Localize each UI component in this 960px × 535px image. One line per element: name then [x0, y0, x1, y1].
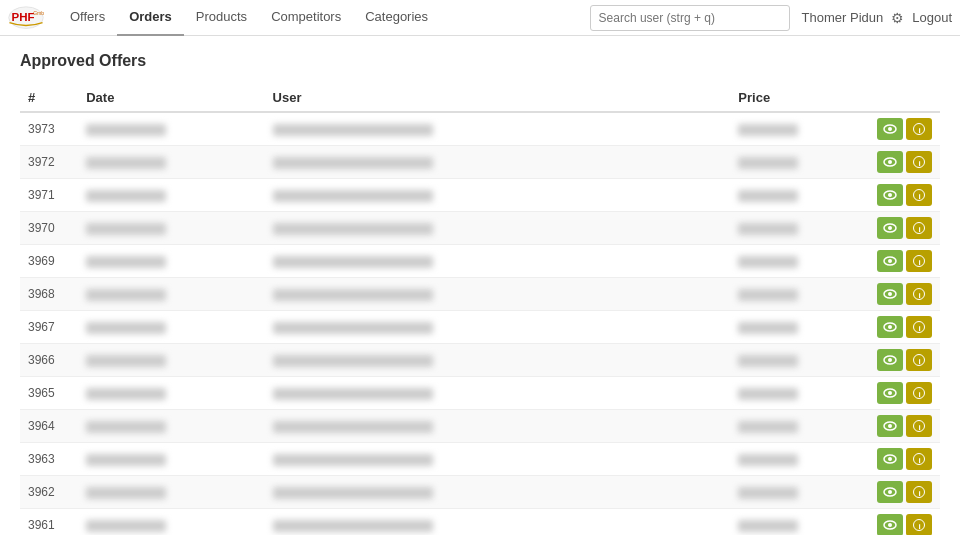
row-id: 3964	[20, 410, 78, 443]
svg-text:PHF: PHF	[12, 11, 35, 23]
svg-point-52	[888, 523, 892, 527]
info-button[interactable]: i	[906, 283, 932, 305]
view-button[interactable]	[877, 184, 903, 206]
row-id: 3967	[20, 311, 78, 344]
nav-products[interactable]: Products	[184, 0, 259, 36]
info-button[interactable]: i	[906, 184, 932, 206]
row-user	[265, 179, 731, 212]
svg-point-36	[888, 391, 892, 395]
row-date	[78, 443, 264, 476]
user-area: Thomer Pidun ⚙ Logout	[802, 10, 952, 26]
row-actions: i	[847, 179, 940, 212]
row-id: 3962	[20, 476, 78, 509]
row-actions: i	[847, 344, 940, 377]
view-button[interactable]	[877, 349, 903, 371]
row-actions: i	[847, 377, 940, 410]
info-button[interactable]: i	[906, 415, 932, 437]
view-button[interactable]	[877, 514, 903, 535]
info-button[interactable]: i	[906, 349, 932, 371]
view-button[interactable]	[877, 415, 903, 437]
svg-text:i: i	[919, 357, 921, 366]
row-user	[265, 112, 731, 146]
row-actions: i	[847, 112, 940, 146]
svg-point-8	[888, 160, 892, 164]
row-id: 3971	[20, 179, 78, 212]
username: Thomer Pidun	[802, 10, 884, 25]
view-button[interactable]	[877, 382, 903, 404]
nav-links: Offers Orders Products Competitors Categ…	[58, 0, 440, 35]
table-row: 3970i	[20, 212, 940, 245]
row-actions: i	[847, 245, 940, 278]
row-date	[78, 377, 264, 410]
row-date	[78, 278, 264, 311]
row-user	[265, 245, 731, 278]
info-button[interactable]: i	[906, 382, 932, 404]
table-row: 3971i	[20, 179, 940, 212]
search-input[interactable]	[590, 5, 790, 31]
nav-orders[interactable]: Orders	[117, 0, 184, 36]
svg-point-40	[888, 424, 892, 428]
row-date	[78, 146, 264, 179]
view-button[interactable]	[877, 217, 903, 239]
nav-categories[interactable]: Categories	[353, 0, 440, 36]
row-user	[265, 410, 731, 443]
col-header-date: Date	[78, 84, 264, 112]
svg-point-28	[888, 325, 892, 329]
row-id: 3973	[20, 112, 78, 146]
table-row: 3969i	[20, 245, 940, 278]
row-price	[730, 344, 846, 377]
logout-button[interactable]: Logout	[912, 10, 952, 25]
info-button[interactable]: i	[906, 118, 932, 140]
settings-icon[interactable]: ⚙	[891, 10, 904, 26]
info-button[interactable]: i	[906, 448, 932, 470]
row-id: 3969	[20, 245, 78, 278]
nav-competitors[interactable]: Competitors	[259, 0, 353, 36]
navbar: PHF GmbH Offers Orders Products Competit…	[0, 0, 960, 36]
row-price	[730, 377, 846, 410]
view-button[interactable]	[877, 448, 903, 470]
table-row: 3961i	[20, 509, 940, 536]
svg-text:i: i	[919, 423, 921, 432]
svg-text:i: i	[919, 324, 921, 333]
page-content: Approved Offers # Date User Price 3973i3…	[0, 36, 960, 535]
view-button[interactable]	[877, 481, 903, 503]
svg-text:i: i	[919, 390, 921, 399]
row-actions: i	[847, 476, 940, 509]
svg-point-16	[888, 226, 892, 230]
info-button[interactable]: i	[906, 217, 932, 239]
row-id: 3972	[20, 146, 78, 179]
table-header-row: # Date User Price	[20, 84, 940, 112]
svg-point-32	[888, 358, 892, 362]
table-row: 3962i	[20, 476, 940, 509]
row-price	[730, 212, 846, 245]
svg-text:i: i	[919, 225, 921, 234]
nav-offers[interactable]: Offers	[58, 0, 117, 36]
row-id: 3968	[20, 278, 78, 311]
row-date	[78, 179, 264, 212]
table-row: 3968i	[20, 278, 940, 311]
row-id: 3961	[20, 509, 78, 536]
row-price	[730, 443, 846, 476]
table-row: 3972i	[20, 146, 940, 179]
svg-text:i: i	[919, 522, 921, 531]
svg-text:i: i	[919, 489, 921, 498]
row-actions: i	[847, 443, 940, 476]
view-button[interactable]	[877, 283, 903, 305]
row-user	[265, 377, 731, 410]
row-date	[78, 112, 264, 146]
info-button[interactable]: i	[906, 250, 932, 272]
info-button[interactable]: i	[906, 481, 932, 503]
row-user	[265, 476, 731, 509]
view-button[interactable]	[877, 118, 903, 140]
row-price	[730, 509, 846, 536]
info-button[interactable]: i	[906, 316, 932, 338]
svg-text:i: i	[919, 291, 921, 300]
row-date	[78, 476, 264, 509]
info-button[interactable]: i	[906, 151, 932, 173]
view-button[interactable]	[877, 316, 903, 338]
svg-point-20	[888, 259, 892, 263]
view-button[interactable]	[877, 151, 903, 173]
info-button[interactable]: i	[906, 514, 932, 535]
row-actions: i	[847, 278, 940, 311]
view-button[interactable]	[877, 250, 903, 272]
